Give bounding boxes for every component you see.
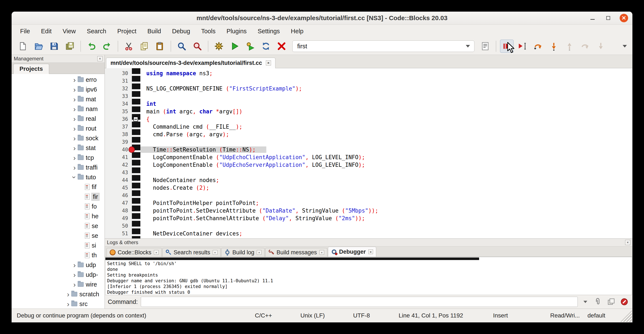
toolbar-overflow-button[interactable] xyxy=(620,45,629,48)
line-marker-cell[interactable] xyxy=(132,123,146,131)
save-all-button[interactable] xyxy=(63,40,77,53)
logs-tab[interactable]: Debugger × xyxy=(328,247,376,257)
run-to-cursor-button[interactable] xyxy=(516,40,529,53)
tree-item[interactable]: udp- xyxy=(12,270,104,279)
tree-expander-icon[interactable] xyxy=(71,261,78,269)
run-button[interactable] xyxy=(228,40,241,53)
code-line[interactable]: 48 pointToPoint.SetDeviceAttribute ("Dat… xyxy=(105,207,632,214)
tree-expander-icon[interactable] xyxy=(71,173,78,181)
build-and-run-button[interactable] xyxy=(244,40,257,53)
code-line[interactable]: 41 LogComponentEnable ("UdpEchoClientApp… xyxy=(105,153,632,161)
menu-item[interactable]: Tools xyxy=(196,25,221,38)
tree-item[interactable]: fir xyxy=(12,192,104,202)
logs-tab[interactable]: Code::Blocks × xyxy=(106,248,162,257)
logs-tab-close-button[interactable]: × xyxy=(257,250,262,255)
line-marker-cell[interactable] xyxy=(132,176,146,184)
resize-grip[interactable] xyxy=(620,310,632,322)
line-marker-cell[interactable] xyxy=(132,108,146,115)
menu-item[interactable]: Settings xyxy=(252,25,286,38)
logs-tab-close-button[interactable]: × xyxy=(368,249,373,254)
tree-item[interactable]: tuto xyxy=(12,172,104,182)
code-line[interactable]: 31 xyxy=(105,77,632,85)
menu-item[interactable]: View xyxy=(57,25,81,38)
code-line[interactable]: 45 nodes.Create (2); xyxy=(105,184,632,192)
tree-expander-icon[interactable] xyxy=(71,134,78,142)
tab-projects[interactable]: Projects xyxy=(13,64,49,74)
maximize-button[interactable] xyxy=(604,14,612,22)
step-into-button[interactable] xyxy=(547,40,560,53)
code-line[interactable]: 37 CommandLine cmd (__FILE__); xyxy=(105,123,632,131)
code-line[interactable]: 52 devices = pointToPoint.Install (nodes… xyxy=(105,237,632,238)
tree-item[interactable]: se xyxy=(12,231,104,240)
search-options-button[interactable] xyxy=(478,40,492,53)
code-line[interactable]: 44 NodeContainer nodes; xyxy=(105,176,632,184)
line-marker-cell[interactable] xyxy=(132,207,146,214)
tree-item[interactable]: nam xyxy=(12,104,104,114)
line-marker-cell[interactable] xyxy=(132,131,146,138)
paste-button[interactable] xyxy=(153,40,167,53)
tree-item[interactable]: se xyxy=(12,221,104,231)
tree-expander-icon[interactable] xyxy=(71,124,78,133)
line-marker-cell[interactable] xyxy=(132,70,146,77)
line-marker-cell[interactable] xyxy=(132,85,146,92)
menu-item[interactable]: Debug xyxy=(166,25,196,38)
tree-expander-icon[interactable] xyxy=(71,115,78,123)
tree-item[interactable]: th xyxy=(12,250,104,260)
logs-tab[interactable]: Build messages × xyxy=(265,248,327,257)
line-marker-cell[interactable] xyxy=(132,184,146,192)
logs-close-button[interactable]: × xyxy=(625,240,630,245)
code-line[interactable]: 51 NetDeviceContainer devices; xyxy=(105,230,632,237)
minimize-button[interactable] xyxy=(588,14,597,22)
tree-expander-icon[interactable] xyxy=(71,85,78,94)
chevron-down-icon[interactable] xyxy=(466,45,470,48)
title-bar[interactable]: mnt/dev/tools/source/ns-3-dev/examples/t… xyxy=(12,12,632,25)
line-marker-cell[interactable] xyxy=(132,192,146,199)
stop-debugger-button[interactable] xyxy=(619,297,630,307)
find-button[interactable] xyxy=(175,40,188,53)
build-button[interactable] xyxy=(212,40,226,53)
line-marker-cell[interactable] xyxy=(132,146,146,153)
line-marker-cell[interactable] xyxy=(132,169,146,176)
code-line[interactable]: 36 { xyxy=(105,115,632,123)
command-input[interactable] xyxy=(141,297,578,307)
code-line[interactable]: 33 xyxy=(105,92,632,100)
line-marker-cell[interactable] xyxy=(132,230,146,237)
tree-item[interactable]: udp xyxy=(12,260,104,270)
tree-expander-icon[interactable] xyxy=(71,95,78,103)
line-marker-cell[interactable] xyxy=(132,77,146,85)
code-line[interactable]: 50 xyxy=(105,222,632,230)
menu-item[interactable]: Plugins xyxy=(221,25,252,38)
tree-item[interactable]: traffi xyxy=(12,163,104,172)
tree-item[interactable]: rout xyxy=(12,124,104,133)
close-button[interactable]: ✕ xyxy=(620,14,628,22)
menu-item[interactable]: Help xyxy=(286,25,309,38)
code-line[interactable]: 49 pointToPoint.SetChannelAttribute ("De… xyxy=(105,214,632,222)
tree-item[interactable]: tcp xyxy=(12,153,104,163)
logs-tab-close-button[interactable]: × xyxy=(154,250,158,255)
tree-item[interactable]: sock xyxy=(12,133,104,143)
code-editor[interactable]: 30 using namespace ns3; 31 32 NS_LOG_C xyxy=(105,68,632,238)
tree-expander-icon[interactable] xyxy=(71,76,78,84)
menu-item[interactable]: Edit xyxy=(36,25,57,38)
tree-item[interactable]: fif xyxy=(12,182,104,192)
abort-button[interactable] xyxy=(275,40,288,53)
attach-button[interactable] xyxy=(593,297,603,307)
tree-item[interactable]: he xyxy=(12,211,104,221)
code-line[interactable]: 47 PointToPointHelper pointToPoint; xyxy=(105,199,632,207)
tree-expander-icon[interactable] xyxy=(71,271,78,279)
cut-button[interactable] xyxy=(122,40,136,53)
incremental-search-combobox[interactable]: first xyxy=(292,41,474,52)
logs-tab[interactable]: Search results × xyxy=(162,248,220,257)
tree-item[interactable]: mat xyxy=(12,94,104,104)
tree-item[interactable]: wire xyxy=(12,279,104,289)
code-line[interactable]: 32 NS_LOG_COMPONENT_DEFINE ("FirstScript… xyxy=(105,85,632,92)
tree-expander-icon[interactable] xyxy=(65,290,71,298)
tree-item[interactable]: stat xyxy=(12,143,104,153)
code-line[interactable]: 39 xyxy=(105,138,632,146)
menu-item[interactable]: File xyxy=(14,25,36,38)
tree-item[interactable]: real xyxy=(12,114,104,124)
line-marker-cell[interactable] xyxy=(132,214,146,222)
line-marker-cell[interactable] xyxy=(132,161,146,169)
line-marker-cell[interactable] xyxy=(132,199,146,207)
line-marker-cell[interactable] xyxy=(132,100,146,108)
